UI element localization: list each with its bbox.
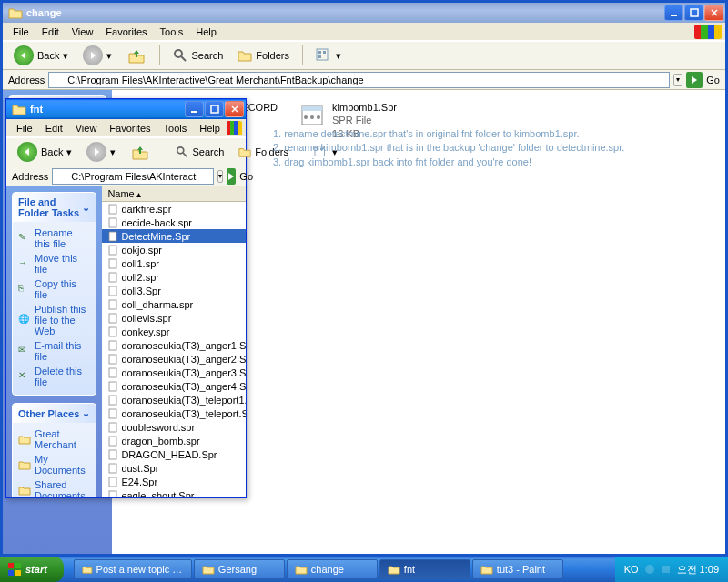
menu-help[interactable]: Help <box>193 121 227 135</box>
list-item[interactable]: doll_dharma.spr <box>102 297 246 311</box>
task-item[interactable]: →Move this file <box>18 251 90 276</box>
task-item[interactable]: 🌐Publish this file to the Web <box>18 302 90 338</box>
app-icon <box>388 563 400 576</box>
menu-edit[interactable]: Edit <box>39 121 69 135</box>
task-item[interactable]: ⎘Copy this file <box>18 276 90 302</box>
address-bar: Address ▾ Go <box>6 166 246 186</box>
taskbar-item[interactable]: change <box>287 559 378 579</box>
tray-clock[interactable]: 오전 1:09 <box>677 563 719 577</box>
list-item[interactable]: doll2.spr <box>102 270 246 284</box>
place-item[interactable]: My Documents <box>18 452 90 477</box>
menu-favorites[interactable]: Favorites <box>103 121 157 135</box>
column-header-name[interactable]: Name ▴ <box>102 186 246 202</box>
svg-rect-14 <box>211 105 218 113</box>
file-icon <box>107 313 118 324</box>
collapse-icon[interactable]: ⌄ <box>82 202 90 214</box>
address-dropdown[interactable]: ▾ <box>217 170 223 183</box>
menu-file[interactable]: File <box>10 121 39 135</box>
window-titlebar-fnt[interactable]: fnt <box>6 99 246 119</box>
list-item[interactable]: doranoseukia(T3)_anger3.Spr <box>102 366 246 379</box>
toolbar: Back ▾ ▾ Search Folders ▾ <box>3 41 725 70</box>
back-button[interactable]: Back ▾ <box>12 140 77 164</box>
list-item[interactable]: doranoseukia(T3)_teleport1.Spr <box>102 393 246 406</box>
task-item[interactable]: ✉E-mail this file <box>18 338 90 364</box>
menu-edit[interactable]: Edit <box>35 25 66 39</box>
file-icon <box>107 286 118 296</box>
list-item[interactable]: E24.Spr <box>102 475 246 488</box>
maximize-button[interactable] <box>684 5 703 21</box>
window-title: fnt <box>30 104 43 115</box>
task-item[interactable]: ✎Rename this file <box>18 226 90 251</box>
menu-tools[interactable]: Tools <box>154 25 190 39</box>
forward-button[interactable]: ▾ <box>81 140 121 164</box>
search-button[interactable]: Search <box>170 144 229 160</box>
taskbar-item[interactable]: Gersang <box>194 559 285 579</box>
views-button[interactable]: ▾ <box>310 46 347 65</box>
instruction-text: 1. rename detectmine.spr that's in origi… <box>273 127 637 169</box>
file-icon <box>107 490 118 498</box>
search-button[interactable]: Search <box>167 46 228 65</box>
list-item[interactable]: DetectMine.Spr <box>102 229 246 243</box>
place-item[interactable]: Great Merchant <box>18 426 90 452</box>
list-item[interactable]: DRAGON_HEAD.Spr <box>102 447 246 461</box>
list-item[interactable]: doranoseukia(T3)_anger1.Spr <box>102 338 246 352</box>
task-item[interactable]: ✕Delete this file <box>18 364 90 389</box>
list-item[interactable]: doll3.Spr <box>102 284 246 297</box>
list-item[interactable]: darkfire.spr <box>102 202 246 216</box>
go-button[interactable] <box>686 72 703 88</box>
menu-view[interactable]: View <box>66 25 100 39</box>
minimize-button[interactable] <box>185 101 204 117</box>
svg-rect-33 <box>109 396 116 405</box>
list-item[interactable]: doublesword.spr <box>102 420 246 434</box>
list-item[interactable]: decide-back.spr <box>102 216 246 229</box>
list-item[interactable]: eagle_shout.Spr <box>102 488 246 497</box>
svg-rect-56 <box>8 570 14 576</box>
file-list[interactable]: Name ▴ darkfire.sprdecide-back.sprDetect… <box>102 186 246 497</box>
window-titlebar-change[interactable]: change <box>3 3 725 23</box>
menu-help[interactable]: Help <box>189 25 223 39</box>
list-item[interactable]: doranoseukia(T3)_teleport.Spr <box>102 406 246 420</box>
maximize-button[interactable] <box>205 101 224 117</box>
folders-button[interactable]: Folders <box>232 46 295 65</box>
start-button[interactable]: start <box>0 557 64 582</box>
system-tray[interactable]: KO 오전 1:09 <box>615 557 728 582</box>
address-label: Address <box>12 171 48 182</box>
up-button[interactable] <box>121 44 152 67</box>
taskbar-item[interactable]: Post a new topic - Mo... <box>74 559 192 579</box>
search-icon <box>176 146 188 158</box>
list-item[interactable]: dust.Spr <box>102 461 246 475</box>
file-icon <box>107 449 118 460</box>
go-button[interactable] <box>227 168 236 185</box>
back-button[interactable]: Back ▾ <box>8 44 74 67</box>
collapse-icon[interactable]: ⌄ <box>82 407 90 419</box>
list-item[interactable]: dollevis.spr <box>102 311 246 325</box>
menu-file[interactable]: File <box>6 25 35 39</box>
close-button[interactable] <box>225 101 244 117</box>
up-button[interactable] <box>125 140 156 164</box>
address-input[interactable] <box>52 168 214 185</box>
close-button[interactable] <box>704 5 723 21</box>
menu-view[interactable]: View <box>69 121 104 135</box>
svg-rect-59 <box>662 566 670 573</box>
list-item[interactable]: doll1.spr <box>102 256 246 270</box>
menu-favorites[interactable]: Favorites <box>99 25 153 39</box>
place-item[interactable]: Shared Documents <box>18 477 90 497</box>
list-item[interactable]: doranoseukia(T3)_anger4.Spr <box>102 379 246 393</box>
folders-icon <box>238 146 251 158</box>
tray-icon[interactable] <box>644 564 655 575</box>
tray-icon[interactable] <box>661 564 672 575</box>
minimize-button[interactable] <box>664 5 683 21</box>
forward-button[interactable]: ▾ <box>77 44 117 67</box>
address-input[interactable] <box>48 72 670 88</box>
list-item[interactable]: doranoseukia(T3)_anger2.Spr <box>102 352 246 366</box>
list-item[interactable]: dragon_bomb.spr <box>102 434 246 447</box>
tray-lang[interactable]: KO <box>624 564 639 575</box>
other-places: Other Places⌄ Great MerchantMy Documents… <box>12 403 96 497</box>
list-item[interactable]: dokjo.spr <box>102 243 246 256</box>
address-dropdown[interactable]: ▾ <box>673 74 682 86</box>
taskbar-item[interactable]: fnt <box>379 559 470 579</box>
menu-tools[interactable]: Tools <box>157 121 194 135</box>
file-icon <box>107 272 118 283</box>
taskbar-item[interactable]: tut3 - Paint <box>472 559 563 579</box>
list-item[interactable]: donkey.spr <box>102 325 246 338</box>
